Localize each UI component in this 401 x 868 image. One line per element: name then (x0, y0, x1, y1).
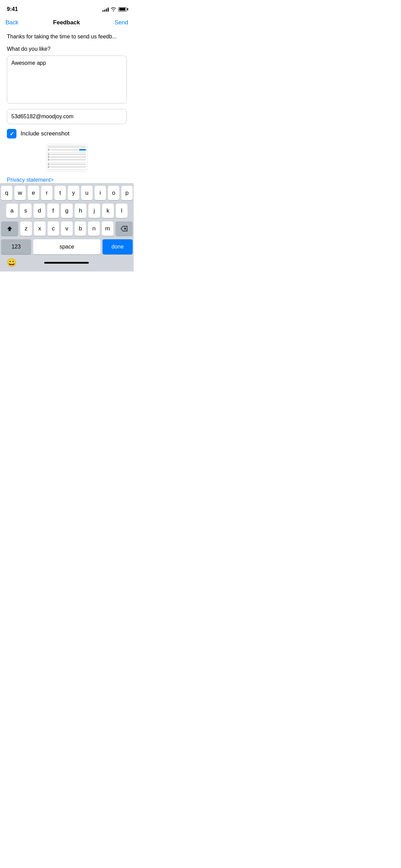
key-c[interactable]: c (48, 221, 59, 236)
status-bar: 9:41 (0, 0, 134, 16)
home-indicator (44, 262, 89, 264)
signal-icon (102, 7, 109, 12)
space-key[interactable]: space (33, 239, 100, 254)
include-screenshot-checkbox[interactable]: ✓ (7, 129, 16, 138)
delete-icon (121, 226, 127, 231)
keyboard-row-3: z x c v b n m (1, 221, 133, 236)
key-k[interactable]: k (102, 204, 114, 218)
checkmark-icon: ✓ (10, 131, 14, 137)
feedback-textarea[interactable] (7, 56, 127, 104)
include-screenshot-row: ✓ Include screenshot (7, 129, 127, 138)
emoji-button[interactable]: 😀 (7, 258, 17, 267)
key-d[interactable]: d (34, 204, 45, 218)
done-key[interactable]: done (102, 239, 133, 254)
key-w[interactable]: w (14, 186, 26, 200)
key-z[interactable]: z (20, 221, 32, 236)
key-f[interactable]: f (47, 204, 59, 218)
shift-key[interactable] (1, 221, 18, 236)
screenshot-preview (46, 144, 87, 171)
page-title: Feedback (53, 19, 80, 26)
shift-icon (7, 226, 13, 232)
section-label: What do you like? (7, 46, 127, 52)
key-n[interactable]: n (88, 221, 100, 236)
key-o[interactable]: o (108, 186, 119, 200)
key-m[interactable]: m (102, 221, 113, 236)
key-q[interactable]: q (1, 186, 12, 200)
keyboard: q w e r t y u i o p a s d f g h j k l z … (0, 183, 134, 272)
back-button[interactable]: Back (5, 19, 19, 26)
key-b[interactable]: b (75, 221, 86, 236)
key-i[interactable]: i (95, 186, 106, 200)
email-input[interactable] (7, 109, 127, 124)
key-v[interactable]: v (61, 221, 73, 236)
key-s[interactable]: s (20, 204, 32, 218)
checkbox-label: Include screenshot (21, 130, 70, 137)
status-time: 9:41 (7, 6, 18, 12)
delete-key[interactable] (116, 221, 133, 236)
key-p[interactable]: p (121, 186, 133, 200)
keyboard-emoji-row: 😀 (1, 256, 133, 270)
privacy-link[interactable]: Privacy statement> (0, 177, 134, 183)
key-t[interactable]: t (54, 186, 66, 200)
keyboard-bottom-row: 123 space done (1, 239, 133, 254)
content-area: Thanks for taking the time to send us fe… (0, 30, 134, 171)
key-y[interactable]: y (68, 186, 79, 200)
keyboard-row-2: a s d f g h j k l (1, 204, 133, 218)
key-x[interactable]: x (34, 221, 46, 236)
num-key[interactable]: 123 (1, 239, 31, 254)
key-r[interactable]: r (41, 186, 52, 200)
nav-bar: Back Feedback Send (0, 16, 134, 30)
battery-icon (118, 7, 127, 12)
key-h[interactable]: h (75, 204, 86, 218)
key-j[interactable]: j (88, 204, 100, 218)
wifi-icon (111, 7, 116, 11)
intro-text: Thanks for taking the time to send us fe… (7, 33, 127, 40)
key-a[interactable]: a (6, 204, 18, 218)
key-g[interactable]: g (61, 204, 73, 218)
status-icons (102, 7, 127, 12)
key-l[interactable]: l (116, 204, 127, 218)
key-e[interactable]: e (28, 186, 39, 200)
keyboard-row-1: q w e r t y u i o p (1, 186, 133, 200)
send-button[interactable]: Send (114, 19, 128, 26)
key-u[interactable]: u (81, 186, 93, 200)
